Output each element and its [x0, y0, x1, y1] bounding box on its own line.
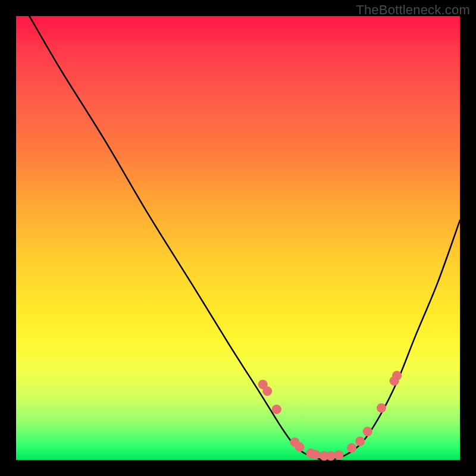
chart-frame: TheBottleneck.com	[0, 0, 476, 476]
curve-layer	[16, 16, 460, 460]
curve-marker	[311, 450, 321, 459]
curve-marker	[295, 442, 305, 452]
curve-marker	[272, 405, 281, 414]
curve-marker	[355, 437, 365, 446]
bottleneck-curve	[29, 16, 460, 460]
curve-marker	[363, 427, 372, 436]
curve-marker	[262, 386, 272, 396]
curve-marker	[377, 403, 386, 413]
curve-marker	[392, 371, 402, 380]
curve-marker	[347, 443, 356, 453]
curve-marker	[334, 450, 343, 460]
